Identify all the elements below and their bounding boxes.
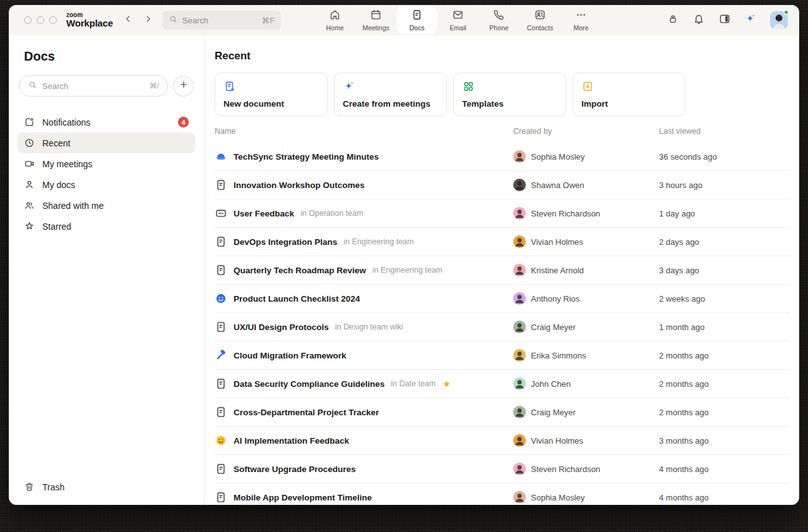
doc-type-icon (215, 264, 227, 276)
creator-name: Erika Simmons (531, 351, 586, 360)
tab-contacts[interactable]: Contacts (520, 5, 561, 35)
doc-title: AI Implementation Feedback (234, 436, 349, 446)
trash-icon (24, 482, 35, 492)
sidebar-item-my-meetings[interactable]: My meetings (18, 153, 195, 174)
tab-home[interactable]: Home (314, 5, 355, 35)
ai-companion-sparkle-icon[interactable] (744, 13, 757, 28)
doc-name-cell: Cross-Departmental Project Tracker (215, 406, 513, 418)
docs-search-shortcut: ⌘/ (150, 81, 159, 90)
sidebar-item-label: My docs (42, 180, 75, 190)
last-viewed-time: 1 month ago (659, 322, 790, 332)
sidebar-item-recent[interactable]: Recent (18, 133, 195, 153)
doc-title: TechSync Strategy Meeting Minutes (234, 152, 379, 162)
presence-status-dot (783, 9, 789, 15)
create-from-meetings-card[interactable]: Create from meetings (334, 73, 447, 116)
user-avatar[interactable] (770, 11, 788, 29)
doc-row[interactable]: Software Upgrade ProceduresSteven Richar… (215, 455, 790, 483)
doc-team-label: in Engineering team (343, 237, 413, 246)
titlebar-right-actions (667, 5, 788, 35)
doc-title: Cross-Departmental Project Tracker (234, 408, 379, 417)
quick-action-cards: New documentCreate from meetingsTemplate… (215, 73, 790, 116)
doc-row[interactable]: Cloud Migration FrameworkErika Simmons2 … (215, 341, 790, 370)
tab-meetings[interactable]: Meetings (355, 5, 396, 35)
panel-toggle-icon[interactable] (718, 13, 731, 28)
last-viewed-time: 36 seconds ago (659, 152, 790, 162)
doc-name-cell: Quarterly Tech Roadmap Reviewin Engineer… (215, 264, 513, 276)
desktop: { "topbar": { "logo_small": "zoom", "log… (0, 0, 808, 532)
import-card[interactable]: Import (573, 73, 686, 116)
sidebar-item-my-docs[interactable]: My docs (18, 174, 195, 195)
doc-title: Product Launch Checklist 2024 (234, 294, 360, 304)
doc-row[interactable]: DevOps Integration Plansin Engineering t… (215, 228, 790, 256)
creator-avatar (513, 150, 526, 163)
doc-name-cell: User Feedbackin Operation team (215, 207, 513, 220)
doc-row[interactable]: Product Launch Checklist 2024Anthony Rio… (215, 285, 790, 313)
doc-row[interactable]: UX/UI Design Protocolsin Design team wik… (215, 313, 790, 341)
meetings-tab-icon (370, 9, 382, 22)
doc-row[interactable]: Quarterly Tech Roadmap Reviewin Engineer… (215, 256, 790, 285)
tab-phone[interactable]: Phone (478, 5, 520, 35)
app-window: zoom Workplace Search ⌘F HomeMeetingsDoc… (9, 5, 799, 505)
doc-creator-cell: Erika Simmons (513, 349, 659, 362)
new-document-card[interactable]: New document (215, 73, 328, 116)
doc-row[interactable]: TechSync Strategy Meeting MinutesSophia … (215, 143, 790, 171)
pair-device-icon[interactable] (667, 13, 679, 28)
doc-row[interactable]: Mobile App Development TimelineSophia Mo… (215, 483, 790, 505)
table-header: Name Created by Last viewed (215, 120, 790, 143)
tab-email[interactable]: Email (437, 5, 478, 35)
tab-more[interactable]: More (561, 5, 602, 35)
card-label: New document (223, 99, 319, 109)
search-icon (28, 80, 37, 92)
card-label: Templates (462, 99, 557, 109)
last-viewed-time: 4 months ago (659, 493, 790, 502)
sidebar-item-starred[interactable]: Starred (18, 216, 195, 237)
last-viewed-time: 2 days ago (659, 237, 790, 247)
bell-icon[interactable] (692, 13, 705, 28)
doc-row[interactable]: Cross-Departmental Project TrackerCraig … (215, 398, 790, 427)
templates-card[interactable]: Templates (453, 73, 566, 116)
creator-avatar (513, 321, 526, 333)
creator-name: Anthony Rios (531, 294, 579, 304)
docs-search-placeholder: Search (42, 81, 68, 91)
doc-type-icon (215, 491, 227, 504)
tab-docs[interactable]: Docs (396, 6, 437, 34)
recent-docs-panel: Recent New documentCreate from meetingsT… (205, 35, 799, 505)
column-header-created-by: Created by (513, 127, 659, 136)
sidebar-title: Docs (24, 49, 195, 64)
clock-icon (24, 138, 35, 148)
docs-search-input[interactable]: Search ⌘/ (19, 75, 168, 97)
minimize-window-button[interactable] (37, 16, 44, 24)
maximize-window-button[interactable] (49, 16, 57, 24)
back-icon[interactable] (123, 14, 133, 27)
doc-name-cell: AI Implementation Feedback (215, 434, 513, 447)
forward-icon[interactable] (143, 14, 153, 27)
doc-title: User Feedback (234, 209, 294, 218)
sidebar-item-trash[interactable]: Trash (18, 478, 195, 496)
sidebar-item-shared-with-me[interactable]: Shared with me (18, 195, 195, 216)
phone-tab-icon (493, 9, 505, 22)
global-search-input[interactable]: Search ⌘F (162, 11, 281, 30)
notification-count-badge: 4 (178, 117, 189, 127)
doc-name-cell: TechSync Strategy Meeting Minutes (215, 150, 513, 163)
doc-creator-cell: Kristine Arnold (513, 264, 659, 276)
new-doc-plus-button[interactable] (173, 76, 194, 97)
doc-row[interactable]: Data Security Compliance Guidelinesin Da… (215, 370, 790, 398)
last-viewed-time: 2 months ago (659, 379, 790, 389)
doc-creator-cell: Craig Meyer (513, 406, 659, 418)
doc-team-label: in Operation team (300, 209, 363, 218)
doc-creator-cell: Vivian Holmes (513, 235, 659, 248)
close-window-button[interactable] (24, 16, 32, 24)
doc-row[interactable]: AI Implementation FeedbackVivian Holmes3… (215, 427, 790, 455)
doc-row[interactable]: User Feedbackin Operation teamSteven Ric… (215, 199, 790, 228)
notifications-icon (24, 117, 35, 127)
zoom-workplace-logo: zoom Workplace (66, 12, 113, 28)
avatar-photo (770, 20, 788, 31)
tab-label: Docs (410, 24, 425, 32)
sidebar-item-notifications[interactable]: Notifications4 (18, 112, 195, 133)
history-nav (123, 14, 153, 27)
doc-title: Software Upgrade Procedures (234, 464, 356, 474)
doc-row[interactable]: Innovation Workshop OutcomesShawna Owen3… (215, 171, 790, 199)
doc-team-label: in Engineering team (372, 266, 443, 275)
starred-icon (442, 379, 451, 389)
person-icon (24, 179, 35, 190)
